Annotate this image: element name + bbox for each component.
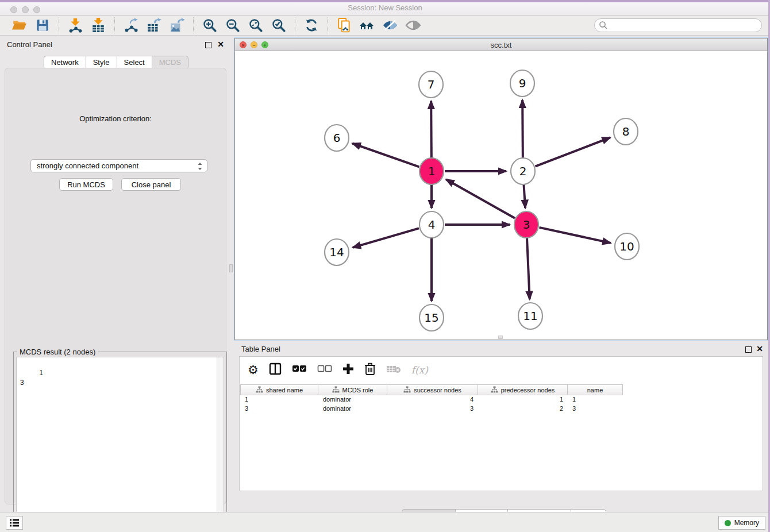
network-window-titlebar[interactable]: × − + scc.txt — [235, 38, 767, 51]
table-panel-body: ⚙ f(x) — [239, 356, 763, 491]
refresh-layout-icon[interactable] — [303, 17, 319, 33]
edge-3-10[interactable] — [539, 228, 610, 243]
column-header-label: shared name — [266, 387, 303, 394]
zoom-fit-icon[interactable] — [248, 17, 264, 33]
import-network-icon[interactable] — [67, 17, 83, 33]
memory-status-icon — [725, 520, 731, 526]
column-type-icon — [256, 386, 263, 394]
toolbar-separator — [59, 17, 59, 33]
application-window: Session: New Session — [0, 0, 770, 532]
table-cell[interactable]: 4 — [387, 395, 478, 404]
zoom-selected-icon[interactable] — [271, 17, 287, 33]
export-table-icon[interactable] — [146, 17, 162, 33]
first-neighbors-icon[interactable] — [359, 17, 375, 33]
panel-splitter-handle[interactable] — [229, 264, 233, 272]
table-cell[interactable]: 1 — [478, 395, 568, 404]
edge-1-7[interactable] — [431, 101, 432, 158]
table-cell[interactable]: 3 — [568, 404, 623, 414]
column-type-icon — [332, 386, 340, 394]
table-cell[interactable]: 3 — [240, 404, 318, 414]
node-label-11: 11 — [523, 309, 537, 323]
delete-table-icon — [386, 364, 401, 376]
mcds-result-groupbox: MCDS result (2 nodes) 1 3 — [13, 352, 227, 532]
table-toolbar: ⚙ f(x) — [248, 361, 428, 379]
column-mode-icon[interactable] — [269, 363, 282, 377]
node-label-2: 2 — [519, 164, 527, 178]
memory-button[interactable]: Memory — [718, 516, 765, 530]
desktop-background-strip — [0, 0, 770, 2]
column-header-name[interactable]: name — [568, 384, 623, 395]
import-table-icon[interactable] — [90, 17, 106, 33]
mcds-result-text: 1 3 — [20, 369, 43, 387]
control-panel: Control Panel ✕ NetworkStyleSelectMCDS O… — [0, 36, 231, 512]
network-canvas[interactable]: 7968124314101511 — [235, 51, 767, 340]
edge-2-9[interactable] — [522, 100, 523, 158]
column-type-icon — [491, 386, 498, 394]
export-image-icon[interactable] — [169, 17, 185, 33]
zoom-out-icon[interactable] — [225, 17, 241, 33]
toolbar-separator — [328, 17, 328, 33]
mcds-panel: Optimization criterion: strongly connect… — [5, 68, 226, 504]
close-panel-icon[interactable]: ✕ — [217, 40, 224, 49]
status-bar: Memory — [0, 512, 770, 532]
node-label-1: 1 — [428, 164, 436, 178]
save-session-icon[interactable] — [34, 17, 51, 33]
network-window-title: scc.txt — [235, 41, 767, 49]
edge-3-11[interactable] — [527, 238, 530, 299]
edge-4-14[interactable] — [353, 228, 419, 247]
select-arrows-icon — [197, 161, 203, 173]
optimization-criterion-label: Optimization criterion: — [5, 114, 226, 123]
edge-2-8[interactable] — [535, 137, 610, 166]
clone-network-icon[interactable] — [336, 17, 352, 33]
show-hide-icon[interactable] — [405, 17, 421, 33]
column-header-shared-name[interactable]: shared name — [240, 384, 318, 395]
add-column-icon[interactable] — [342, 363, 354, 377]
search-input[interactable] — [594, 18, 762, 32]
edge-3-1[interactable] — [446, 179, 515, 218]
search-container — [594, 18, 762, 32]
select-all-icon[interactable] — [292, 365, 307, 375]
column-header-mcds-role[interactable]: MCDS role — [318, 384, 387, 395]
search-icon — [599, 21, 608, 32]
style-eye-icon[interactable] — [382, 17, 398, 33]
column-header-predecessor-nodes[interactable]: predecessor nodes — [478, 384, 568, 395]
table-cell[interactable]: 1 — [240, 395, 318, 404]
column-header-successor-nodes[interactable]: successor nodes — [387, 384, 478, 395]
table-row[interactable]: 1dominator411 — [240, 395, 623, 404]
float-table-panel-icon[interactable] — [745, 346, 752, 353]
close-panel-button[interactable]: Close panel — [121, 178, 181, 191]
node-label-14: 14 — [329, 245, 344, 259]
canvas-resize-grip[interactable] — [498, 336, 503, 339]
open-session-icon[interactable] — [11, 17, 28, 33]
edge-1-6[interactable] — [352, 144, 419, 167]
column-header-label: successor nodes — [414, 387, 461, 394]
table-cell[interactable]: 3 — [387, 404, 478, 414]
network-view-window: × − + scc.txt 7968124314101511 — [234, 38, 768, 340]
table-panel-title: Table Panel — [241, 345, 280, 353]
float-panel-icon[interactable] — [205, 42, 211, 48]
edge-2-3[interactable] — [523, 184, 525, 208]
close-table-panel-icon[interactable]: ✕ — [756, 344, 763, 353]
toolbar-separator — [193, 17, 194, 33]
result-scrollbar[interactable] — [217, 357, 224, 532]
delete-column-icon[interactable] — [364, 363, 376, 377]
table-options-icon[interactable]: ⚙ — [248, 364, 259, 376]
task-history-button[interactable] — [6, 516, 23, 530]
run-mcds-button[interactable]: Run MCDS — [59, 178, 113, 191]
table-cell[interactable]: dominator — [318, 395, 387, 404]
table-cell[interactable]: dominator — [318, 404, 387, 414]
node-label-4: 4 — [428, 218, 436, 232]
table-row[interactable]: 3dominator323 — [240, 404, 623, 414]
column-header-label: predecessor nodes — [501, 387, 555, 394]
table-header-row: shared nameMCDS rolesuccessor nodesprede… — [240, 384, 623, 395]
table-cell[interactable]: 2 — [478, 404, 568, 414]
zoom-in-icon[interactable] — [202, 17, 218, 33]
mcds-result-textarea[interactable]: 1 3 — [16, 357, 224, 532]
table-cell[interactable]: 1 — [568, 395, 623, 404]
table-panel: Table Panel ✕ ⚙ — [234, 342, 768, 510]
export-network-icon[interactable] — [123, 17, 139, 33]
deselect-all-icon[interactable] — [317, 365, 332, 375]
column-header-label: name — [587, 387, 603, 394]
criterion-select[interactable]: strongly connected component — [30, 159, 207, 172]
node-label-7: 7 — [428, 78, 435, 91]
